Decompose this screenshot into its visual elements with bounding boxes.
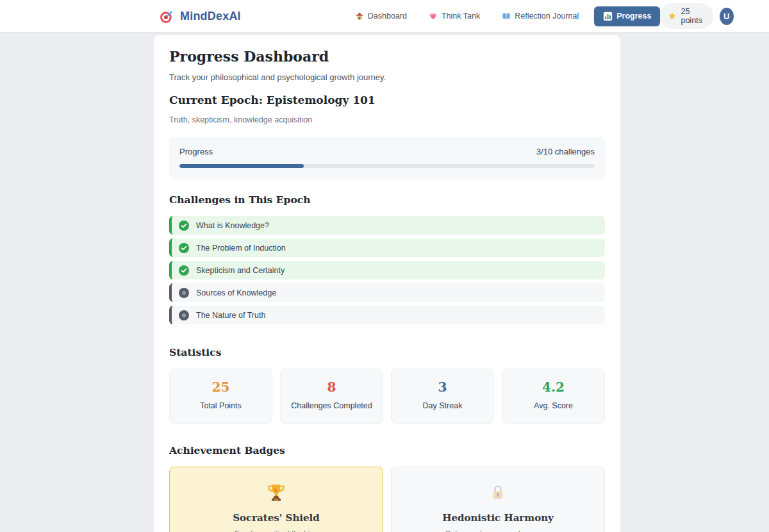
badge-card-earned: Socrates' Shield For deep critical think…: [169, 467, 383, 532]
stat-label: Day Streak: [397, 401, 488, 410]
challenge-item[interactable]: What is Knowledge?: [169, 216, 605, 235]
avatar-initial: U: [724, 12, 729, 21]
status-icon: [179, 243, 189, 253]
epoch-description: Truth, skepticism, knowledge acquisition: [169, 115, 605, 124]
stat-value: 4.2: [508, 379, 599, 395]
challenge-item[interactable]: The Nature of Truth: [169, 306, 605, 324]
epoch-progress-track: [179, 164, 595, 168]
challenge-title: The Problem of Induction: [196, 244, 286, 253]
challenge-list: What is Knowledge? The Problem of Induct…: [169, 216, 605, 324]
badges-row: Socrates' Shield For deep critical think…: [169, 467, 605, 532]
bar-chart-icon: [603, 12, 613, 21]
home-icon: [355, 12, 364, 21]
challenge-item[interactable]: Skepticism and Certainty: [169, 261, 605, 279]
progress-label: Progress: [179, 147, 213, 156]
status-icon: [179, 288, 189, 298]
stat-card-day-streak: 3 Day Streak: [391, 369, 494, 424]
pending-circle-icon: [179, 310, 189, 320]
brain-icon: [429, 12, 438, 21]
epoch-progress-fill: [179, 164, 304, 168]
check-circle-icon: [179, 265, 189, 276]
stat-value: 25: [175, 379, 267, 395]
challenges-heading: Challenges in This Epoch: [169, 194, 605, 206]
journal-icon: [502, 12, 511, 21]
challenge-title: What is Knowledge?: [196, 221, 269, 230]
pending-circle-icon: [179, 288, 189, 298]
challenge-item[interactable]: Sources of Knowledge: [169, 283, 605, 302]
page-subtitle: Track your philosophical and psychologic…: [169, 72, 605, 82]
top-navbar: MindDexAI Dashboard Think Tank: [0, 0, 769, 33]
page-title: Progress Dashboard: [169, 48, 605, 65]
status-icon: [179, 310, 189, 320]
badge-title: Socrates' Shield: [180, 512, 372, 524]
target-logo-icon: [159, 8, 175, 24]
stat-label: Total Points: [175, 401, 267, 410]
stat-label: Avg. Score: [508, 401, 599, 410]
star-icon: [668, 12, 677, 21]
brand-logo[interactable]: MindDexAI: [159, 8, 241, 24]
challenge-item[interactable]: The Problem of Induction: [169, 238, 605, 257]
points-label: 25 points: [681, 7, 705, 25]
nav-label: Progress: [616, 12, 651, 21]
points-badge[interactable]: 25 points: [660, 3, 713, 29]
brand-name: MindDexAI: [180, 10, 241, 23]
stat-value: 3: [397, 379, 488, 395]
nav-item-reflection-journal[interactable]: Reflection Journal: [495, 7, 585, 25]
statistics-row: 25 Total Points 8 Challenges Completed 3…: [169, 369, 605, 424]
epoch-progress-card: Progress 3/10 challenges: [169, 137, 605, 179]
challenge-title: The Nature of Truth: [196, 311, 265, 320]
progress-value: 3/10 challenges: [536, 147, 595, 156]
check-circle-icon: [179, 243, 189, 253]
stat-card-avg-score: 4.2 Avg. Score: [502, 369, 605, 424]
trophy-icon: [180, 480, 372, 504]
nav-item-dashboard[interactable]: Dashboard: [349, 7, 413, 25]
status-icon: [179, 220, 189, 231]
lock-icon: [402, 480, 594, 504]
stat-card-total-points: 25 Total Points: [169, 369, 272, 424]
badge-card-locked: Hedonistic Harmony Balance pleasure and …: [391, 467, 605, 532]
nav-item-think-tank[interactable]: Think Tank: [422, 7, 486, 25]
nav-label: Dashboard: [368, 12, 407, 21]
badge-description: For deep critical thinking: [180, 529, 372, 532]
user-avatar[interactable]: U: [720, 8, 734, 25]
check-circle-icon: [179, 220, 189, 231]
stat-card-challenges-completed: 8 Challenges Completed: [280, 369, 383, 424]
badges-heading: Achievement Badges: [169, 444, 605, 456]
nav-label: Reflection Journal: [515, 12, 579, 21]
badge-title: Hedonistic Harmony: [402, 512, 594, 524]
challenge-title: Sources of Knowledge: [196, 288, 276, 297]
nav-item-progress[interactable]: Progress: [594, 6, 660, 26]
stat-label: Challenges Completed: [286, 401, 377, 410]
statistics-heading: Statistics: [169, 346, 605, 358]
stat-value: 8: [286, 379, 377, 395]
nav-links: Dashboard Think Tank Reflection Journal: [349, 6, 661, 26]
status-icon: [179, 265, 189, 276]
epoch-heading: Current Epoch: Epistemology 101: [169, 94, 605, 106]
badge-description: Balance pleasure and purpose: [402, 529, 594, 532]
challenge-title: Skepticism and Certainty: [196, 266, 285, 275]
main-content: Progress Dashboard Track your philosophi…: [154, 35, 620, 532]
nav-label: Think Tank: [442, 12, 480, 21]
nav-right: 25 points U: [660, 3, 733, 29]
